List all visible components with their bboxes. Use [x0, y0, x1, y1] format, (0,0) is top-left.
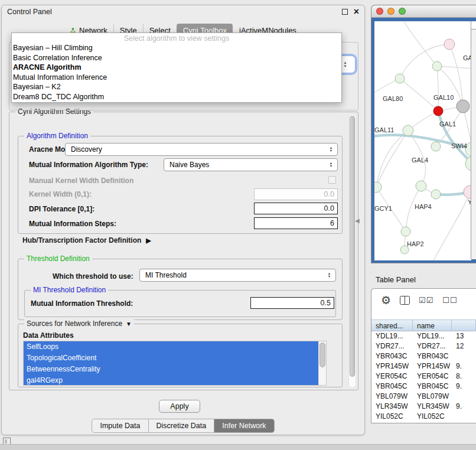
- network-canvas[interactable]: GAL80GAL10GAL1GAL11SWI4GAL4GCY1HAP4HAP2G…: [374, 21, 471, 260]
- network-edge[interactable]: [404, 21, 437, 66]
- attribute-item-gal4rgexp[interactable]: gal4RGexp: [24, 375, 318, 386]
- node-gal11[interactable]: [403, 125, 413, 136]
- mi-threshold-label: Mutual Information Threshold:: [31, 299, 133, 308]
- splitter-arrow-icon[interactable]: ◀: [355, 217, 360, 224]
- mi-type-select[interactable]: Naive Bayes ▲▼: [164, 158, 338, 171]
- checked-boxes-icon[interactable]: ☑☑: [419, 296, 433, 305]
- minimize-traffic-light-icon[interactable]: [387, 8, 395, 15]
- network-edge[interactable]: [400, 79, 438, 111]
- hub-section-label: Hub/Transcription Factor Definition: [22, 236, 141, 244]
- algorithm-option-bayesian-k2[interactable]: Bayesian – K2: [12, 82, 341, 92]
- dropdown-placeholder: Select algorithm to view settings: [12, 34, 341, 43]
- node-hap2[interactable]: [401, 227, 410, 236]
- node-mid[interactable]: [431, 190, 441, 199]
- dpi-tolerance-field[interactable]: 0.0: [254, 203, 338, 214]
- node-label-gal4: GAL4: [412, 156, 428, 164]
- window-title: Control Panel: [7, 8, 52, 16]
- which-threshold-value: MI Threshold: [145, 271, 187, 279]
- attributes-scrollbar[interactable]: [318, 341, 326, 385]
- table-row[interactable]: YBL079WYBL079W: [371, 392, 476, 402]
- node-red-gal10[interactable]: [433, 106, 443, 116]
- kernel-width-field[interactable]: 0.0: [254, 188, 338, 200]
- aracne-mode-select[interactable]: Discovery ▲▼: [65, 143, 338, 156]
- table-panel-window: ⚙ ☑☑ ☐☐ shared...name YDL19...YDL19...13…: [371, 288, 476, 423]
- gear-icon[interactable]: ⚙: [381, 295, 391, 306]
- combo-arrows-icon: ▲▼: [327, 144, 335, 155]
- apply-button[interactable]: Apply: [159, 400, 200, 413]
- node-gcy1[interactable]: [374, 182, 382, 193]
- data-attributes-label: Data Attributes: [23, 331, 74, 340]
- table-header: shared...name: [371, 319, 476, 331]
- network-svg: GAL80GAL10GAL1GAL11SWI4GAL4GCY1HAP4HAP2G…: [374, 21, 471, 260]
- bottom-tabs: Impute DataDiscretize DataInfer Network: [2, 419, 364, 433]
- algorithm-option-mutual-information-inference[interactable]: Mutual Information Inference: [12, 73, 341, 83]
- network-edge[interactable]: [437, 66, 471, 69]
- table-row[interactable]: YPR145WYPR145W9.: [371, 361, 476, 371]
- down-arrow-icon: ▼: [344, 64, 347, 68]
- node-hap4[interactable]: [416, 181, 426, 191]
- bottom-tab-discretize-data[interactable]: Discretize Data: [149, 419, 215, 433]
- columns-icon[interactable]: [400, 296, 410, 305]
- close-traffic-light-icon[interactable]: [376, 8, 383, 15]
- manual-kernel-label: Manual Kernel Width Definition: [29, 177, 133, 185]
- algorithm-option-basic-correlation-inference[interactable]: Basic Correlation Inference: [12, 53, 341, 63]
- float-window-icon[interactable]: [342, 9, 348, 15]
- mi-steps-field[interactable]: 6: [254, 217, 338, 229]
- scrollbar-thumb[interactable]: [319, 343, 325, 367]
- table-row[interactable]: YER054CYER054C8.: [371, 371, 476, 381]
- node-label-swi4: SWI4: [451, 142, 467, 149]
- attributes-list[interactable]: SelfLoopsTopologicalCoefficientBetweenne…: [23, 341, 327, 386]
- hub-section-toggle[interactable]: Hub/Transcription Factor Definition ▶: [22, 236, 151, 244]
- node-label-hap4: HAP4: [415, 203, 432, 210]
- which-threshold-label: Which threshold to use:: [53, 272, 133, 281]
- column-header-name[interactable]: name: [413, 320, 452, 331]
- mi-threshold-group: MI Threshold Definition Mutual Informati…: [24, 290, 336, 317]
- network-edge[interactable]: [376, 131, 408, 187]
- network-edge[interactable]: [433, 192, 470, 260]
- control-panel-titlebar[interactable]: Control Panel ×: [2, 5, 364, 18]
- unchecked-boxes-icon[interactable]: ☐☐: [442, 296, 457, 305]
- settings-scrollbar[interactable]: [348, 114, 356, 388]
- attribute-item-topologicalcoefficient[interactable]: TopologicalCoefficient: [24, 353, 318, 364]
- expanded-arrow-icon: ▼: [126, 321, 132, 327]
- algorithm-option-dream8-dc-tdc-algorithm[interactable]: Dream8 DC_TDC Algorithm: [12, 92, 341, 102]
- node-gal80[interactable]: [395, 74, 405, 83]
- attribute-item-betweennesscentrality[interactable]: BetweennessCentrality: [24, 364, 318, 375]
- close-icon[interactable]: ×: [354, 8, 359, 15]
- which-threshold-select[interactable]: MI Threshold ▲▼: [139, 269, 336, 282]
- scrollbar-thumb[interactable]: [350, 116, 355, 377]
- table-row[interactable]: YDR27...YDR27...12: [371, 341, 476, 351]
- network-edge[interactable]: [400, 44, 449, 79]
- node-gray-gal1[interactable]: [457, 100, 470, 113]
- table-row[interactable]: YBR045CYBR045C9.: [371, 381, 476, 392]
- table-row[interactable]: YLR345WYLR345W9.: [371, 402, 476, 412]
- column-header-col2[interactable]: [452, 320, 476, 331]
- threshold-definition-group: Threshold Definition Which threshold to …: [18, 259, 343, 320]
- algorithm-option-bayesian-hill-climbing[interactable]: Bayesian – Hill Climbing: [12, 43, 341, 53]
- node-green-top[interactable]: [432, 61, 442, 71]
- node-label-gal11: GAL11: [374, 126, 394, 133]
- mi-threshold-field[interactable]: 0.5: [250, 297, 334, 309]
- manual-kernel-checkbox[interactable]: [328, 176, 336, 184]
- table-row[interactable]: YBR043CYBR043C: [371, 351, 476, 361]
- table-row[interactable]: YDL19...YDL19...13: [371, 331, 476, 341]
- attribute-item-selfloops[interactable]: SelfLoops: [24, 341, 318, 353]
- network-edge[interactable]: [376, 131, 408, 187]
- group-title: MI Threshold Definition: [31, 286, 108, 294]
- node-label-gal: GAL: [463, 54, 471, 61]
- table-toolbar: ⚙ ☑☑ ☐☐: [381, 295, 458, 306]
- zoom-traffic-light-icon[interactable]: [399, 8, 406, 15]
- scrollbar-button[interactable]: [471, 21, 476, 30]
- bottom-tab-infer-network[interactable]: Infer Network: [214, 419, 274, 433]
- bottom-status-band: [0, 444, 476, 450]
- network-window-titlebar[interactable]: [371, 5, 476, 18]
- network-edge[interactable]: [437, 66, 439, 111]
- sources-toggle[interactable]: Sources for Network Inference ▼: [24, 319, 134, 328]
- bottom-tab-impute-data[interactable]: Impute Data: [92, 419, 148, 433]
- node-gal4[interactable]: [431, 142, 441, 151]
- network-scrollbar[interactable]: [471, 21, 476, 259]
- algorithm-option-aracne-algorithm[interactable]: ARACNE Algorithm: [12, 63, 341, 73]
- column-header-shared[interactable]: shared...: [371, 320, 413, 331]
- table-row[interactable]: YIL052CYIL052C: [371, 412, 476, 422]
- node-pink-top[interactable]: [444, 39, 455, 50]
